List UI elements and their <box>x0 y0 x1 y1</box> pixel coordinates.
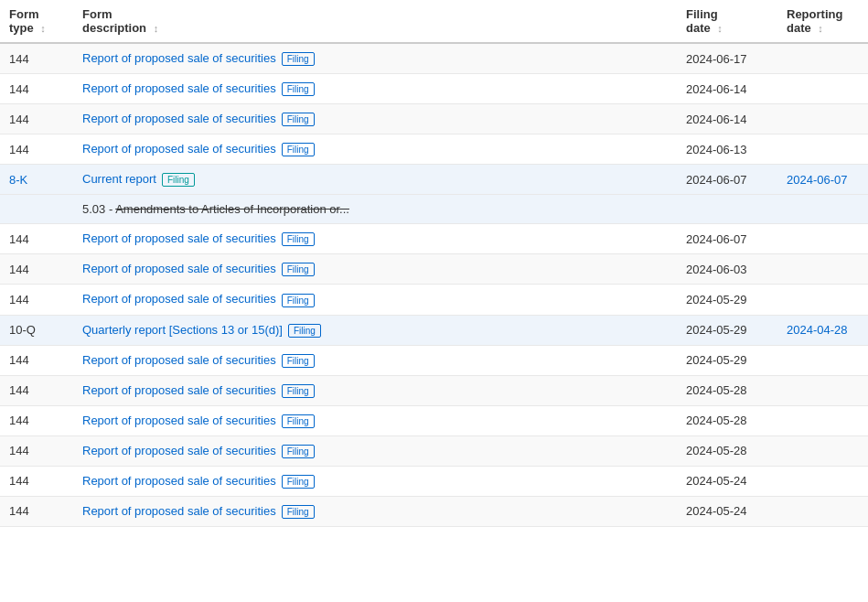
cell-form-description: Report of proposed sale of securitiesFil… <box>73 254 677 285</box>
cell-reporting-date <box>777 43 868 74</box>
cell-reporting-date <box>777 224 868 254</box>
filing-badge[interactable]: Filing <box>282 384 315 398</box>
cell-filing-date: 2024-05-28 <box>677 435 777 466</box>
table-row: 10-Q Quarterly report [Sections 13 or 15… <box>0 315 868 345</box>
cell-form-description: Quarterly report [Sections 13 or 15(d)]F… <box>73 315 677 345</box>
cell-reporting-date <box>777 405 868 435</box>
table-header-row: Formtype ↕ Formdescription ↕ Filingdate … <box>0 0 868 43</box>
cell-form-description: Report of proposed sale of securitiesFil… <box>73 43 677 74</box>
filing-badge[interactable]: Filing <box>282 143 315 156</box>
cell-form-type: 144 <box>0 74 73 104</box>
sort-icon-filing-date[interactable]: ↕ <box>717 23 723 34</box>
cell-filing-date: 2024-06-14 <box>677 104 777 134</box>
header-form-type[interactable]: Formtype ↕ <box>0 0 73 43</box>
table-row: 144 Report of proposed sale of securitie… <box>0 43 868 74</box>
form-description-link[interactable]: Report of proposed sale of securities <box>82 112 276 125</box>
form-type-value: 144 <box>9 263 29 276</box>
cell-reporting-date <box>777 466 868 496</box>
table-row: 144 Report of proposed sale of securitie… <box>0 496 868 526</box>
cell-form-type: 144 <box>0 496 73 526</box>
cell-form-type: 144 <box>0 43 73 74</box>
filing-badge[interactable]: Filing <box>282 232 315 246</box>
cell-reporting-date <box>777 435 868 466</box>
reporting-date-link[interactable]: 2024-04-28 <box>787 323 848 337</box>
form-description-link[interactable]: Report of proposed sale of securities <box>82 81 276 95</box>
form-description-link[interactable]: Report of proposed sale of securities <box>82 504 276 518</box>
header-filing-date[interactable]: Filingdate ↕ <box>677 0 777 43</box>
cell-reporting-date <box>777 134 868 165</box>
header-form-description[interactable]: Formdescription ↕ <box>73 0 677 43</box>
form-description-link[interactable]: Report of proposed sale of securities <box>82 292 276 306</box>
table-row: 144 Report of proposed sale of securitie… <box>0 435 868 466</box>
form-type-value: 144 <box>9 383 29 397</box>
reporting-date-link[interactable]: 2024-06-07 <box>787 173 848 187</box>
cell-filing-date: 2024-06-07 <box>677 224 777 254</box>
form-description-link[interactable]: Report of proposed sale of securities <box>82 142 276 156</box>
form-description-link[interactable]: Report of proposed sale of securities <box>82 231 276 245</box>
table-row: 144 Report of proposed sale of securitie… <box>0 345 868 375</box>
cell-form-type: 10-Q <box>0 315 73 345</box>
form-description-link[interactable]: Report of proposed sale of securities <box>82 414 276 427</box>
form-description-link[interactable]: Current report <box>82 172 156 186</box>
sort-icon-form-type[interactable]: ↕ <box>40 23 46 34</box>
filing-badge[interactable]: Filing <box>282 263 315 276</box>
table-row: 8-K Current reportFiling 2024-06-07 2024… <box>0 165 868 195</box>
form-type-value: 144 <box>9 143 29 156</box>
form-description-link[interactable]: Report of proposed sale of securities <box>82 474 276 488</box>
cell-form-description: Current reportFiling <box>73 165 677 195</box>
table-row: 144 Report of proposed sale of securitie… <box>0 254 868 285</box>
filing-badge[interactable]: Filing <box>282 475 315 489</box>
cell-form-type: 8-K <box>0 165 73 195</box>
form-description-link[interactable]: Report of proposed sale of securities <box>82 51 276 65</box>
form-type-value: 144 <box>9 474 29 488</box>
filing-badge[interactable]: Filing <box>282 505 315 519</box>
filing-badge[interactable]: Filing <box>282 113 315 126</box>
cell-filing-date: 2024-06-13 <box>677 134 777 165</box>
filing-badge[interactable]: Filing <box>288 324 321 338</box>
cell-form-description: Report of proposed sale of securitiesFil… <box>73 466 677 496</box>
sort-icon-reporting-date[interactable]: ↕ <box>818 23 823 34</box>
filing-badge[interactable]: Filing <box>282 445 315 458</box>
cell-reporting-date <box>777 254 868 285</box>
sub-row-empty <box>0 195 73 224</box>
form-description-link[interactable]: Report of proposed sale of securities <box>82 353 276 367</box>
cell-form-description: Report of proposed sale of securitiesFil… <box>73 134 677 165</box>
filing-badge[interactable]: Filing <box>282 82 315 96</box>
filing-badge[interactable]: Filing <box>282 354 315 368</box>
cell-form-type: 144 <box>0 345 73 375</box>
form-type-value: 144 <box>9 353 29 367</box>
cell-form-description: Report of proposed sale of securitiesFil… <box>73 224 677 254</box>
cell-filing-date: 2024-06-17 <box>677 43 777 74</box>
cell-reporting-date <box>777 496 868 526</box>
sort-icon-form-description[interactable]: ↕ <box>154 23 159 34</box>
form-description-link[interactable]: Report of proposed sale of securities <box>82 383 276 397</box>
form-type-link[interactable]: 8-K <box>9 173 27 187</box>
cell-filing-date: 2024-05-24 <box>677 466 777 496</box>
cell-form-type: 144 <box>0 405 73 435</box>
form-description-link[interactable]: Quarterly report [Sections 13 or 15(d)] <box>82 323 283 337</box>
filing-badge[interactable]: Filing <box>162 173 195 187</box>
cell-reporting-date <box>777 104 868 134</box>
header-reporting-date[interactable]: Reportingdate ↕ <box>777 0 868 43</box>
form-description-link[interactable]: Report of proposed sale of securities <box>82 262 276 275</box>
form-description-link[interactable]: Report of proposed sale of securities <box>82 444 276 457</box>
filing-badge[interactable]: Filing <box>282 414 315 428</box>
filing-badge[interactable]: Filing <box>282 294 315 307</box>
cell-form-type: 144 <box>0 134 73 165</box>
filings-table: Formtype ↕ Formdescription ↕ Filingdate … <box>0 0 868 527</box>
cell-filing-date: 2024-06-03 <box>677 254 777 285</box>
cell-form-type: 144 <box>0 285 73 315</box>
table-row: 144 Report of proposed sale of securitie… <box>0 466 868 496</box>
form-type-value: 144 <box>9 414 29 427</box>
cell-form-type: 144 <box>0 254 73 285</box>
sub-section-link[interactable]: Amendments to Articles of Incorporation … <box>115 202 349 216</box>
filing-badge[interactable]: Filing <box>282 52 315 66</box>
cell-filing-date: 2024-05-28 <box>677 375 777 405</box>
form-type-value: 144 <box>9 444 29 457</box>
form-type-value: 144 <box>9 293 29 306</box>
cell-form-type: 144 <box>0 224 73 254</box>
table-row: 144 Report of proposed sale of securitie… <box>0 134 868 165</box>
cell-filing-date: 2024-06-07 <box>677 165 777 195</box>
table-row: 144 Report of proposed sale of securitie… <box>0 375 868 405</box>
cell-reporting-date <box>777 375 868 405</box>
